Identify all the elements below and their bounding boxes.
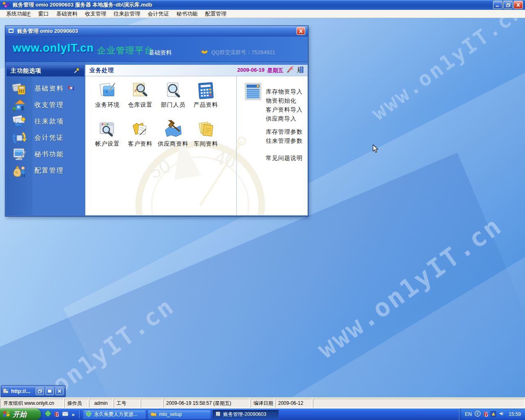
grid-item-suppliers[interactable]: 供应商资料 [156, 119, 190, 148]
menu-window[interactable]: 窗口 [34, 10, 52, 18]
menu-basedata[interactable]: 基础资料 [52, 10, 81, 18]
grid-item-customers[interactable]: 客户资料 [123, 119, 158, 148]
grid-item-accounts[interactable]: 帐户设置 [90, 119, 125, 148]
mini-close-button[interactable] [55, 388, 64, 395]
menu-accounts[interactable]: 往来款管理 [110, 10, 144, 18]
statusbar: 开发组织 www.onlyit.cn 操作员 admin 工号 2009-06-… [0, 397, 525, 409]
status-empty [313, 399, 525, 408]
shortcut-grid: 业务环境 [90, 80, 230, 162]
menu-system[interactable]: 系统功能F [2, 10, 34, 18]
app-title: 账务管理 omio 20090603 服务器 本地服务-db\演示库.mdb [13, 1, 493, 9]
link-account-params[interactable]: 往来管理参数 [266, 136, 303, 145]
start-button[interactable]: 开始 [0, 409, 41, 420]
document-icon [215, 411, 221, 418]
mini-maximize-button[interactable] [46, 388, 54, 395]
child-close-button[interactable] [297, 27, 305, 35]
exit-icon[interactable] [297, 66, 304, 75]
sidebar-item-label: 基础资料 [34, 84, 64, 93]
minimize-button[interactable] [493, 1, 502, 9]
menu-config[interactable]: 配置管理 [201, 10, 230, 18]
menu-income[interactable]: 收支管理 [81, 10, 110, 18]
system-tray: EN 6 15:59 [459, 409, 525, 420]
input-method-icon[interactable] [491, 411, 496, 418]
grid-item-label: 业务环境 [90, 101, 125, 109]
child-window-title: 账务管理 omio 20090603 [17, 27, 297, 35]
restore-button[interactable] [503, 1, 513, 9]
workspace-title: 业务处理 [89, 67, 114, 74]
task-hr-website[interactable]: 永久免费人力资源... [83, 410, 146, 419]
grid-item-label: 仓库设置 [123, 101, 158, 109]
calculator-icon [189, 80, 223, 100]
link-supplier-import[interactable]: 供应商导入 [266, 114, 303, 123]
link-stock-params[interactable]: 库存管理参数 [266, 127, 303, 136]
grid-item-business-env[interactable]: 业务环境 [90, 80, 125, 109]
volume-icon[interactable] [499, 411, 504, 418]
quick-launch: 6 » [41, 410, 78, 418]
sidebar-item-label: 配置管理 [34, 167, 64, 175]
browser-globe-icon[interactable] [45, 410, 51, 418]
close-button[interactable] [514, 1, 523, 9]
grid-item-label: 部门人员 [156, 101, 190, 109]
clock: 15:59 [509, 411, 521, 417]
sidebar-item-receivables[interactable]: 往来款项 [6, 113, 84, 130]
language-indicator[interactable]: EN [465, 411, 472, 417]
minimized-window-title: http://... [11, 388, 34, 394]
banner: www.onlyIT.cn 企业管理平台 基础资料 QQ群交流群号：752649… [5, 37, 308, 62]
pencil-icon[interactable] [286, 66, 294, 75]
grid-item-workshop[interactable]: 车间资料 [189, 119, 223, 148]
link-customer-import[interactable]: 客户资料导入 [266, 105, 303, 114]
grid-item-products[interactable]: 产品资料 [189, 80, 223, 109]
link-faq[interactable]: 常见问题说明 [266, 153, 303, 162]
sidebar-header-label: 主功能选项 [11, 67, 41, 75]
grid-item-label: 供应商资料 [156, 140, 190, 148]
child-window: 账务管理 omio 20090603 www.onlyIT.cn 企业管理平台 … [5, 25, 308, 217]
sidebar-item-voucher[interactable]: 会计凭证 [6, 130, 84, 146]
mail-icon[interactable] [62, 411, 68, 418]
foxmail-tray-icon[interactable]: 6 [484, 411, 488, 418]
menu-voucher[interactable]: 会计凭证 [144, 10, 173, 18]
child-window-titlebar[interactable]: 账务管理 omio 20090603 [5, 26, 308, 37]
sidebar-item-income[interactable]: 收支管理 [6, 97, 84, 113]
status-developer: 开发组织 www.onlyit.cn [0, 399, 64, 408]
sync-indicator-icon[interactable] [67, 84, 75, 94]
site-logo-text: www.onlyIT.cn [13, 42, 94, 55]
sidebar-item-secretary[interactable]: 秘书功能 [6, 146, 84, 162]
sticky-notes-icon [189, 119, 223, 139]
app-logo-icon [2, 2, 10, 9]
grid-item-warehouse[interactable]: 仓库设置 [123, 80, 158, 109]
docs-calculator-icon [6, 82, 32, 96]
chevron-more-icon[interactable]: » [72, 411, 75, 418]
grid-item-departments[interactable]: 部门人员 [156, 80, 190, 109]
task-mio-setup[interactable]: mio_setup [148, 410, 211, 419]
module-label: 基础资料 [149, 49, 172, 57]
status-jobno-value [141, 399, 162, 408]
taskbar: 开始 6 » 永久免费人力资源... mio [0, 409, 525, 420]
mini-restore-button[interactable] [36, 388, 44, 395]
pages-pen-icon [90, 80, 125, 100]
menu-secretary[interactable]: 秘书功能 [173, 10, 201, 18]
papers-money-icon [6, 114, 32, 128]
house-icon [6, 98, 32, 112]
status-builddate-value: 2009-06-12 [275, 399, 312, 408]
mouse-cursor [372, 144, 379, 155]
page-magnifier-icon [156, 80, 190, 100]
qq-group-label: QQ群交流群号：75264921 [211, 49, 275, 56]
task-label: mio_setup [159, 411, 182, 417]
workspace-date: 2009-06-19星期五 [237, 67, 284, 74]
app-titlebar: 账务管理 omio 20090603 服务器 本地服务-db\演示库.mdb [0, 0, 525, 10]
link-material-init[interactable]: 物资初始化 [266, 96, 303, 105]
workspace-content: 50 40 [85, 76, 308, 215]
link-stock-import[interactable]: 库存物资导入 [266, 87, 303, 96]
sidebar-item-basedata[interactable]: 基础资料 [6, 80, 84, 97]
status-operator-label: 操作员 [64, 399, 88, 408]
child-window-icon [8, 27, 14, 35]
pushpin-icon[interactable] [73, 67, 80, 75]
hide-icons-chevron-icon[interactable] [475, 411, 481, 418]
foxmail-icon[interactable]: 6 [55, 411, 59, 418]
handshake-icon [201, 49, 208, 56]
minimized-window[interactable]: http://... [1, 385, 66, 397]
sidebar-item-config[interactable]: 配置管理 [6, 162, 84, 179]
windows-flag-icon [3, 410, 10, 419]
task-account-app[interactable]: 账务管理-20090603 [212, 410, 279, 419]
sidebar-item-label: 收支管理 [34, 101, 64, 110]
